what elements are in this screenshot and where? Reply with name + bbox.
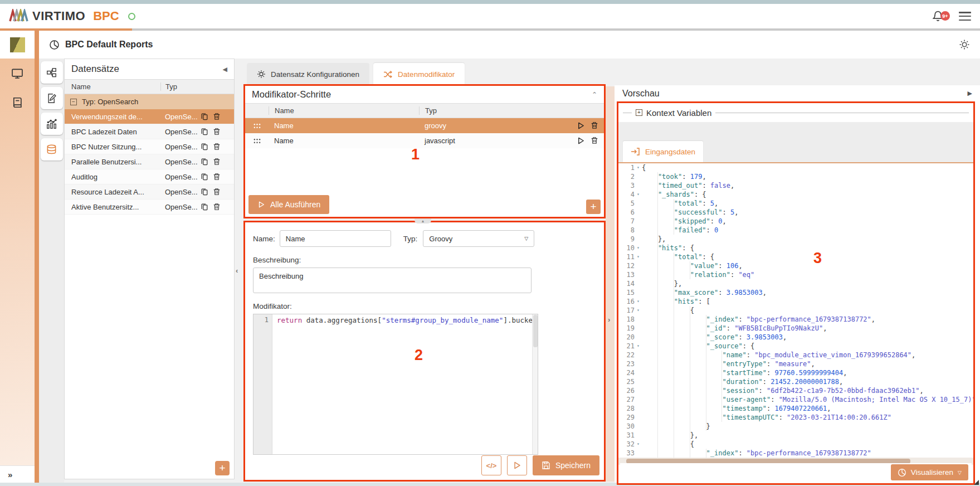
module-tab-analytics[interactable] xyxy=(41,113,63,135)
json-line: 4▾"_shards": { xyxy=(618,190,973,199)
json-preview-editor[interactable]: 1▾{2"took": 179,3"timed_out": false,4▾"_… xyxy=(618,162,973,458)
copy-icon[interactable] xyxy=(201,173,208,181)
json-line: 2"took": 179, xyxy=(618,172,973,181)
fold-caret-icon[interactable]: ▾ xyxy=(635,163,642,172)
collapse-up-icon[interactable]: ⌃ xyxy=(592,91,597,99)
json-line-number: 7 xyxy=(618,217,642,226)
fold-caret-icon[interactable]: ▾ xyxy=(635,440,642,449)
expand-fieldset-icon[interactable]: + xyxy=(636,109,642,116)
step-row[interactable]: Namejavascript xyxy=(245,133,604,148)
fold-caret-icon[interactable]: ▾ xyxy=(635,306,642,315)
steps-col-name[interactable]: Name xyxy=(269,106,419,115)
main-tabs: Datensatz Konfigurationen Datenmodifikat… xyxy=(247,63,465,85)
copy-icon[interactable] xyxy=(201,128,208,135)
panel-collapse-handle[interactable]: ▲ xyxy=(415,218,431,223)
sidebar-expand-chevrons[interactable]: » xyxy=(0,465,35,483)
step-name-cell: Name xyxy=(269,137,419,145)
name-input[interactable] xyxy=(280,230,391,247)
notifications-bell-icon[interactable]: 9+ xyxy=(932,10,944,22)
collapse-left-icon[interactable]: ◀ xyxy=(223,66,227,73)
fold-caret-icon[interactable]: ▾ xyxy=(635,190,642,199)
settings-gear-icon[interactable] xyxy=(959,39,970,50)
dataset-row[interactable]: BPC Nutzer Sitzung...OpenSe... xyxy=(65,139,234,154)
save-button[interactable]: Speichern xyxy=(533,455,599,475)
fold-caret-icon[interactable]: ▾ xyxy=(635,244,642,252)
trash-icon[interactable] xyxy=(213,143,221,150)
group-collapse-icon[interactable]: − xyxy=(70,99,77,105)
dataset-group-row[interactable]: − Typ: OpenSearch xyxy=(65,94,234,109)
play-icon xyxy=(257,201,265,208)
steps-col-typ[interactable]: Typ xyxy=(419,106,604,115)
json-line-number: 28 xyxy=(618,404,642,413)
fold-caret-icon[interactable]: ▾ xyxy=(635,342,642,351)
dataset-row[interactable]: Resource Ladezeit A...OpenSe... xyxy=(65,184,234,200)
tab-eingangsdaten[interactable]: Eingangsdaten xyxy=(623,141,703,162)
run-step-button[interactable] xyxy=(507,455,527,475)
resize-corner[interactable] xyxy=(974,480,979,485)
run-all-button[interactable]: Alle Ausführen xyxy=(248,195,329,214)
panel-resize-gutter[interactable] xyxy=(606,86,615,482)
collapse-left-handle[interactable]: ‹ xyxy=(236,266,238,275)
module-tab-hierarchy[interactable] xyxy=(41,61,63,84)
trash-icon[interactable] xyxy=(213,158,221,166)
datasets-panel: Datensätze ◀ Name Typ − Typ: OpenSearch … xyxy=(64,59,235,479)
trash-icon[interactable] xyxy=(213,128,221,135)
dataset-row[interactable]: BPC Ladezeit DatenOpenSe... xyxy=(65,124,234,139)
visualize-button[interactable]: Visualisieren ▽ xyxy=(891,464,968,480)
expand-right-icon[interactable]: ▶ xyxy=(968,90,972,97)
copy-icon[interactable] xyxy=(201,113,208,120)
modifier-code-line[interactable]: return data.aggregations["sterms#group_b… xyxy=(272,314,538,454)
json-line-number: 11▾ xyxy=(618,252,642,261)
code-view-button[interactable]: </> xyxy=(481,455,501,475)
fold-caret-icon[interactable]: ▾ xyxy=(635,252,642,261)
expand-right-handle[interactable]: › xyxy=(608,315,610,324)
menu-icon[interactable] xyxy=(959,12,971,21)
annotation-number-2: 2 xyxy=(415,347,423,364)
play-icon[interactable] xyxy=(577,122,585,130)
module-tab-report-edit[interactable] xyxy=(41,87,63,109)
trash-icon[interactable] xyxy=(213,173,221,181)
copy-icon[interactable] xyxy=(201,188,208,196)
datasets-col-typ[interactable]: Typ xyxy=(160,82,201,91)
datasets-col-name[interactable]: Name xyxy=(65,82,160,91)
dataset-row[interactable]: AuditlogOpenSe... xyxy=(65,169,234,184)
json-line-number: 26 xyxy=(618,386,642,395)
app-header: VIRTIMO BPC 9+ xyxy=(0,4,980,28)
tab-datensatz-konfigurationen[interactable]: Datensatz Konfigurationen xyxy=(247,63,369,85)
save-icon xyxy=(542,461,550,470)
dataset-row[interactable]: Parallele Benutzersi...OpenSe... xyxy=(65,154,234,169)
trash-icon[interactable] xyxy=(213,203,221,211)
dataset-group-label: Typ: OpenSearch xyxy=(82,98,138,106)
trash-icon[interactable] xyxy=(591,122,598,130)
json-line-number: 2 xyxy=(618,172,642,181)
typ-select[interactable]: Groovy ▽ xyxy=(423,230,534,247)
fold-caret-icon[interactable]: ▾ xyxy=(635,297,642,306)
pie-chart-icon xyxy=(49,40,60,50)
add-dataset-button[interactable]: + xyxy=(215,461,230,475)
json-line-number: 17▾ xyxy=(618,306,642,315)
trash-icon[interactable] xyxy=(213,188,221,196)
trash-icon[interactable] xyxy=(213,113,221,120)
description-textarea[interactable]: Beschreibung xyxy=(253,268,532,293)
sidebar-item-monitor[interactable] xyxy=(11,67,23,80)
drag-handle-icon[interactable] xyxy=(245,123,269,129)
dataset-typ-cell: OpenSe... xyxy=(160,173,201,181)
sidebar-item-docs[interactable] xyxy=(11,96,23,109)
json-line: 7"skipped": 0, xyxy=(618,217,973,226)
copy-icon[interactable] xyxy=(201,158,208,166)
page-header: BPC Default Reports xyxy=(39,31,980,59)
dataset-row[interactable]: Verwendungszeit de...OpenSe... xyxy=(65,109,234,124)
dataset-row[interactable]: Aktive Benutzersitz...OpenSe... xyxy=(65,200,234,215)
editor-scrollbar[interactable] xyxy=(532,314,538,454)
module-tab-datasets[interactable] xyxy=(41,138,63,161)
add-step-button[interactable]: + xyxy=(586,200,601,214)
step-row[interactable]: Namegroovy xyxy=(245,118,604,133)
copy-icon[interactable] xyxy=(201,143,208,150)
sidebar-logo-tile[interactable] xyxy=(0,31,35,59)
tab-datenmodifikator[interactable]: Datenmodifikator xyxy=(373,63,465,85)
drag-handle-icon[interactable] xyxy=(245,138,269,144)
play-icon[interactable] xyxy=(577,137,585,145)
trash-icon[interactable] xyxy=(591,137,598,145)
modifier-code-editor[interactable]: 1 return data.aggregations["sterms#group… xyxy=(253,314,538,455)
copy-icon[interactable] xyxy=(201,203,208,211)
